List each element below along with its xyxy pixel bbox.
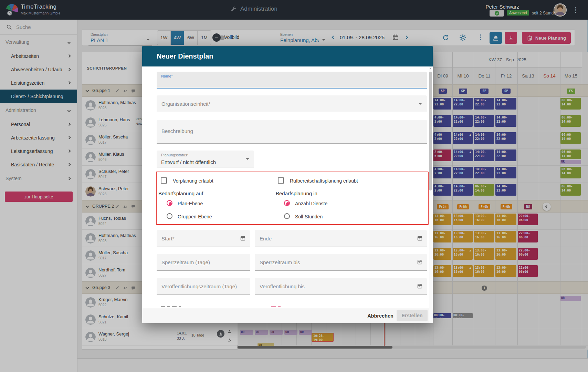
clipped-label-fragment [172, 306, 177, 307]
erstellen-button[interactable]: Erstellen [397, 310, 428, 321]
bedarfsplanung-in-title: Bedarfsplanung in [276, 190, 317, 196]
planungsstatus-label: Planungsstatus* [161, 153, 189, 157]
rufbereitschaft-checkbox-label: Rufbereitschaftsplanung erlaubt [290, 178, 358, 184]
organisationseinheit-label: Organisationseinheit* [161, 101, 211, 107]
start-field[interactable]: Start* [157, 230, 250, 247]
beschreibung-field[interactable]: Beschreibung [157, 120, 427, 144]
gruppen-ebene-label: Gruppen-Ebene [178, 214, 212, 219]
abbrechen-button[interactable]: Abbrechen [366, 311, 395, 320]
anzahl-dienste-label: Anzahl Dienste [295, 201, 327, 206]
planungsstatus-value: Entwurf / nicht öffentlich [161, 159, 216, 165]
ende-field[interactable]: Ende [255, 230, 427, 247]
veroeffentlichung-bis-field[interactable]: Veröffentlichung bis [255, 278, 427, 295]
scroll-up-icon[interactable]: ▲ [429, 67, 431, 69]
start-calendar-icon[interactable] [240, 235, 246, 241]
neuer-dienstplan-dialog: Neuer Dienstplan Name* Organisationseinh… [142, 46, 433, 323]
plan-ebene-radio[interactable] [167, 200, 172, 206]
planungsstatus-caret-icon [246, 158, 249, 162]
start-label: Start* [161, 236, 175, 241]
ende-calendar-icon[interactable] [417, 235, 423, 241]
clipped-label-fragment [161, 306, 165, 307]
plan-ebene-label: Plan-Ebene [178, 201, 203, 206]
clipped-label-fragment [179, 306, 181, 307]
modal-scrollbar-thumb[interactable] [429, 72, 432, 190]
soll-stunden-label: Soll-Stunden [295, 214, 323, 219]
clipped-label-fragment [167, 306, 170, 307]
app-screen: TimeTracking Max Mustermann GmbH Adminis… [0, 0, 588, 372]
clipped-label-fragment [278, 306, 281, 307]
vorplanung-checkbox[interactable] [161, 177, 167, 184]
bedarfsplanung-auf-title: Bedarfsplanung auf [158, 190, 203, 196]
dialog-title: Neuer Dienstplan [142, 46, 433, 66]
rufbereitschaft-checkbox[interactable] [278, 177, 284, 184]
sperrzeitraum-bis-label: Sperrzeitraum bis [260, 259, 300, 265]
vorplanung-checkbox-label: Vorplanung erlaubt [173, 178, 213, 184]
veroeffentlichungszeitraum-field[interactable]: Veröffentlichungszeitraum (Tage) [157, 278, 250, 295]
name-field[interactable]: Name* [157, 72, 427, 89]
dialog-footer: Abbrechen Erstellen [142, 308, 433, 323]
sperrzeitraum-bis-field[interactable]: Sperrzeitraum bis [255, 254, 427, 271]
veroeffentlichungszeitraum-label: Veröffentlichungszeitraum (Tage) [161, 283, 237, 289]
sperrzeitraum-bis-calendar-icon[interactable] [417, 259, 423, 265]
gruppen-ebene-radio[interactable] [167, 213, 172, 219]
anzahl-dienste-radio[interactable] [284, 200, 290, 206]
clipped-label-fragment [271, 306, 276, 307]
veroeffentlichung-bis-calendar-icon[interactable] [417, 283, 423, 289]
sperrzeitraum-tage-field[interactable]: Sperrzeitraum (Tage) [157, 254, 250, 271]
planungsstatus-select[interactable]: Planungsstatus* Entwurf / nicht öffentli… [157, 151, 254, 167]
beschreibung-label: Beschreibung [161, 128, 193, 134]
organisationseinheit-field[interactable]: Organisationseinheit* [157, 95, 427, 112]
organisationseinheit-caret-icon [419, 103, 422, 106]
ende-label: Ende [260, 236, 272, 241]
soll-stunden-radio[interactable] [284, 213, 290, 219]
modal-scrollbar[interactable]: ▲ [429, 66, 432, 323]
sperrzeitraum-tage-label: Sperrzeitraum (Tage) [161, 259, 210, 265]
name-field-label: Name* [161, 74, 173, 78]
veroeffentlichung-bis-label: Veröffentlichung bis [260, 283, 305, 289]
